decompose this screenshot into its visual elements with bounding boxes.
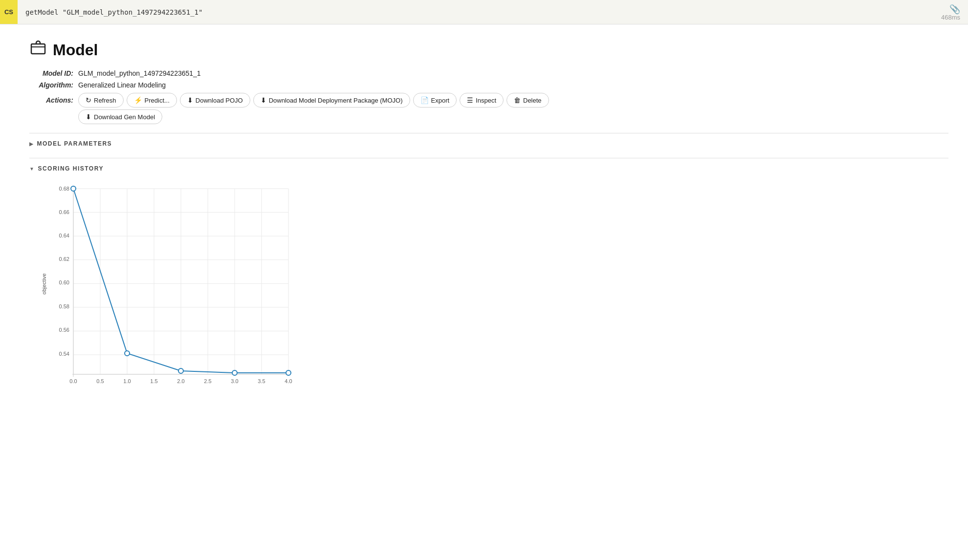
- svg-text:0.62: 0.62: [59, 256, 69, 262]
- svg-text:2.0: 2.0: [177, 378, 184, 384]
- svg-point-42: [286, 370, 291, 375]
- download-gen-icon: ⬇: [86, 113, 91, 121]
- svg-rect-0: [31, 44, 45, 54]
- model-parameters-section[interactable]: ▶ MODEL PARAMETERS: [29, 138, 948, 149]
- svg-text:0.68: 0.68: [59, 186, 69, 192]
- top-bar-command: getModel "GLM_model_python_1497294223651…: [18, 8, 941, 16]
- page-title: Model: [53, 41, 98, 59]
- svg-text:3.0: 3.0: [231, 378, 238, 384]
- algorithm-value: Generalized Linear Modeling: [78, 81, 166, 89]
- actions-buttons: ↻ Refresh ⚡ Predict... ⬇ Download POJO ⬇…: [78, 93, 549, 108]
- download-pojo-icon: ⬇: [187, 96, 193, 104]
- model-parameters-toggle: ▶: [29, 141, 34, 147]
- svg-text:2.5: 2.5: [204, 378, 211, 384]
- algorithm-label: Algorithm:: [29, 81, 73, 89]
- download-mojo-button[interactable]: ⬇ Download Model Deployment Package (MOJ…: [253, 93, 410, 108]
- actions-label: Actions:: [29, 96, 73, 104]
- svg-text:0.56: 0.56: [59, 327, 69, 333]
- svg-point-41: [232, 370, 237, 375]
- page-header: Model: [29, 39, 948, 61]
- download-mojo-icon: ⬇: [261, 96, 266, 104]
- actions-row-2: ⬇ Download Gen Model: [78, 109, 948, 124]
- divider-1: [29, 133, 948, 133]
- svg-text:3.5: 3.5: [258, 378, 265, 384]
- top-bar: CS getModel "GLM_model_python_1497294223…: [0, 0, 968, 24]
- svg-text:0.0: 0.0: [69, 378, 77, 384]
- refresh-icon: ↻: [86, 96, 91, 104]
- svg-point-40: [178, 368, 183, 373]
- refresh-button[interactable]: ↻ Refresh: [78, 93, 124, 108]
- predict-button[interactable]: ⚡ Predict...: [127, 93, 177, 108]
- chart-container: objective: [49, 179, 293, 389]
- download-gen-model-button[interactable]: ⬇ Download Gen Model: [78, 109, 162, 124]
- svg-text:4.0: 4.0: [285, 378, 292, 384]
- scoring-history-toggle: ▼: [29, 166, 35, 172]
- export-icon: 📄: [420, 96, 429, 104]
- download-pojo-button[interactable]: ⬇ Download POJO: [180, 93, 250, 108]
- model-id-value: GLM_model_python_1497294223651_1: [78, 69, 201, 77]
- model-parameters-label: MODEL PARAMETERS: [37, 140, 112, 147]
- svg-text:0.5: 0.5: [96, 378, 104, 384]
- inspect-icon: ☰: [467, 96, 473, 104]
- svg-text:1.0: 1.0: [123, 378, 131, 384]
- divider-2: [29, 158, 948, 158]
- chart-y-label: objective: [41, 273, 47, 294]
- delete-button[interactable]: 🗑 Delete: [506, 93, 549, 108]
- scoring-history-chart: 0.68 0.66 0.64 0.62 0.60 0.58 0.56 0.54 …: [49, 179, 293, 389]
- svg-text:1.5: 1.5: [150, 378, 157, 384]
- svg-text:0.66: 0.66: [59, 209, 69, 215]
- svg-text:0.60: 0.60: [59, 280, 69, 285]
- inspect-button[interactable]: ☰ Inspect: [460, 93, 504, 108]
- model-id-label: Model ID:: [29, 69, 73, 77]
- svg-text:0.64: 0.64: [59, 233, 69, 238]
- svg-text:0.58: 0.58: [59, 303, 69, 309]
- svg-text:0.54: 0.54: [59, 351, 69, 357]
- model-id-row: Model ID: GLM_model_python_1497294223651…: [29, 69, 948, 77]
- svg-point-39: [125, 351, 130, 356]
- clip-icon: 📎: [949, 4, 960, 15]
- delete-icon: 🗑: [514, 96, 521, 104]
- svg-point-38: [71, 186, 76, 191]
- export-button[interactable]: 📄 Export: [413, 93, 457, 108]
- algorithm-row: Algorithm: Generalized Linear Modeling: [29, 81, 948, 89]
- chart-area: objective: [49, 179, 948, 389]
- model-icon: [29, 39, 47, 61]
- cs-badge: CS: [0, 0, 18, 24]
- actions-row-1: Actions: ↻ Refresh ⚡ Predict... ⬇ Downlo…: [29, 93, 948, 108]
- main-content: Model Model ID: GLM_model_python_1497294…: [0, 24, 968, 399]
- scoring-history-label: SCORING HISTORY: [38, 165, 104, 172]
- scoring-history-section[interactable]: ▼ SCORING HISTORY: [29, 163, 948, 174]
- predict-icon: ⚡: [134, 96, 142, 104]
